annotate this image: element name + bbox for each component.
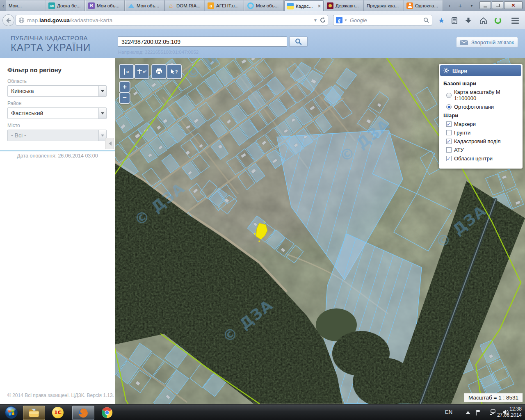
clock[interactable]: 12:38 27.06.2014: [497, 406, 522, 418]
layer-option-3[interactable]: АТУ: [446, 147, 520, 153]
site-globe-icon: [18, 17, 25, 23]
bookmarks-menu-icon[interactable]: [450, 16, 459, 25]
identify-button[interactable]: ?: [167, 64, 182, 79]
misto-label: Місто: [7, 123, 107, 128]
checkbox-icon[interactable]: [446, 147, 452, 153]
firefox-taskbar-button[interactable]: [72, 406, 94, 420]
reload-icon[interactable]: [320, 17, 326, 23]
bookmark-star-icon[interactable]: ★: [436, 16, 446, 25]
oblast-value: Київська: [8, 86, 106, 94]
measure-length-button[interactable]: м: [119, 64, 134, 79]
tab-9[interactable]: Продажа ква...: [364, 0, 403, 11]
web-search-input[interactable]: [349, 17, 422, 24]
base-layer-option-0[interactable]: Карта масштабу М 1:100000: [446, 89, 520, 101]
tab-scroll-right-icon[interactable]: ›: [445, 2, 454, 9]
identify-cursor-icon: [171, 69, 175, 75]
show-hidden-icons-icon[interactable]: [466, 411, 470, 414]
1c-icon: 1С: [52, 407, 64, 418]
1c-taskbar-button[interactable]: 1С: [49, 406, 66, 419]
taskbar: 1С EN 12:38 2: [0, 404, 525, 420]
tab-5[interactable]: АГЕНТ.u...: [205, 0, 244, 11]
layer-label: Грунти: [454, 130, 470, 136]
feedback-button[interactable]: Зворотній зв'язок: [456, 37, 518, 48]
cadastre-search-button[interactable]: [289, 37, 308, 47]
base-layer-option-1[interactable]: Ортофотоплани: [446, 104, 520, 110]
maximize-button[interactable]: [492, 1, 503, 9]
tab-1[interactable]: Доска бе...: [46, 0, 85, 11]
google-icon: g: [336, 17, 342, 23]
downloads-icon[interactable]: [463, 16, 473, 25]
measure-length-icon: [124, 68, 125, 75]
select-dropdown-icon[interactable]: [98, 86, 106, 96]
layer-option-1[interactable]: Грунти: [446, 130, 520, 136]
tab-0[interactable]: Мои...: [6, 0, 45, 11]
tab-scroll-left-icon[interactable]: ‹: [0, 2, 6, 10]
envelope-icon: [460, 40, 468, 45]
action-center-flag-icon[interactable]: [475, 409, 481, 415]
close-button[interactable]: ✕: [504, 1, 523, 9]
search-magnifier-icon[interactable]: [423, 17, 429, 23]
chrome-taskbar-button[interactable]: [98, 406, 116, 419]
raion-select[interactable]: Фастівський: [7, 107, 107, 119]
explorer-taskbar-button[interactable]: [23, 406, 45, 420]
checkbox-icon[interactable]: [446, 121, 452, 127]
tab-6[interactable]: Мои объ...: [244, 0, 284, 11]
home-icon[interactable]: [478, 16, 488, 25]
checkbox-icon[interactable]: [446, 156, 452, 161]
layer-label: Маркери: [454, 121, 476, 127]
radio-icon[interactable]: [446, 104, 452, 110]
measure-area-button[interactable]: м²: [134, 64, 149, 79]
urlbar-dropdown-icon[interactable]: ▼: [311, 18, 320, 23]
list-all-tabs-button[interactable]: ▾: [468, 2, 476, 9]
layers-title: Шари: [443, 112, 520, 119]
checkbox-icon[interactable]: [446, 130, 452, 135]
zoom-in-button[interactable]: +: [119, 81, 130, 93]
emblem-favicon-icon: [327, 2, 333, 9]
layer-label: Карта масштабу М 1:100000: [454, 89, 520, 101]
windows-start-icon: [5, 406, 18, 419]
tab-3[interactable]: Мои объ...: [125, 0, 164, 11]
url-bar[interactable]: map.land.gov.ua/kadastrova-karta ▼: [16, 15, 328, 25]
tab-10[interactable]: Однокла...: [404, 0, 443, 11]
menu-hamburger-icon[interactable]: [510, 16, 520, 25]
layer-option-4[interactable]: Обласні центри: [446, 155, 520, 162]
minimize-button[interactable]: [479, 1, 491, 9]
sidebar-collapse-button[interactable]: [105, 138, 114, 149]
oblast-select[interactable]: Київська: [7, 85, 107, 97]
checkbox-icon[interactable]: [446, 139, 452, 144]
print-button[interactable]: [151, 64, 167, 79]
back-button[interactable]: [2, 14, 14, 26]
tab-close-icon[interactable]: ×: [318, 4, 321, 9]
tab-7[interactable]: Кадас...×: [284, 0, 324, 11]
tab-2[interactable]: Мои объ...: [85, 0, 125, 11]
search-bar[interactable]: g ▼: [333, 15, 432, 25]
select-dropdown-icon[interactable]: [98, 108, 106, 119]
tab-8[interactable]: Державн...: [324, 0, 363, 11]
site-header: ПУБЛІЧНА КАДАСТРОВА КАРТА УКРАЇНИ Наприк…: [0, 29, 525, 58]
tab-4[interactable]: DOM.RIA...: [165, 0, 204, 11]
layer-option-0[interactable]: Маркери: [446, 121, 520, 127]
back-arrow-icon: [5, 18, 11, 23]
search-engine-dropdown-icon[interactable]: ▼: [344, 18, 347, 22]
layer-option-2[interactable]: Кадастровий поділ: [446, 138, 520, 144]
oblast-label: Область: [7, 78, 107, 84]
measure-area-icon: [137, 68, 142, 75]
layers-panel-header[interactable]: Шари: [440, 65, 521, 76]
base-layers-title: Базові шари: [443, 80, 520, 87]
page: ПУБЛІЧНА КАДАСТРОВА КАРТА УКРАЇНИ Наприк…: [0, 29, 525, 404]
minimize-icon: [484, 5, 487, 7]
cadastre-search-input[interactable]: [118, 37, 287, 47]
radio-icon[interactable]: [446, 93, 452, 98]
site-logo-line2: КАРТА УКРАЇНИ: [11, 42, 91, 53]
zoom-out-button[interactable]: −: [119, 92, 130, 104]
new-tab-button[interactable]: +: [456, 2, 464, 9]
misto-select: - Всі -: [7, 130, 107, 141]
url-text: map.land.gov.ua/kadastrova-karta: [27, 17, 311, 23]
close-icon: ✕: [511, 3, 515, 8]
site-logo-line1: ПУБЛІЧНА КАДАСТРОВА: [11, 34, 88, 41]
language-indicator[interactable]: EN: [445, 409, 452, 415]
map-area[interactable]: © ДЗА© ДЗА© ДЗА© ДЗА© ДЗА м м²: [115, 58, 525, 404]
start-button[interactable]: [3, 406, 19, 419]
extension-icon[interactable]: [493, 16, 503, 25]
network-icon[interactable]: [489, 409, 496, 415]
